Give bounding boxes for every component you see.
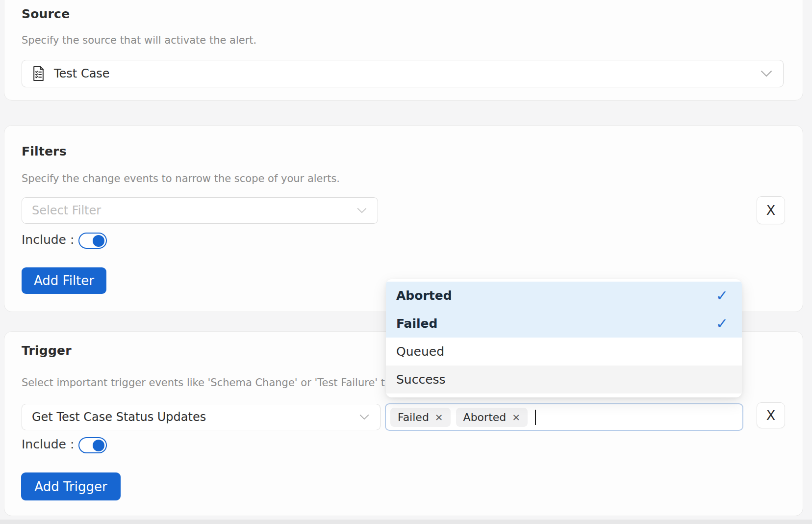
source-select-value: Test Case: [54, 67, 110, 80]
add-filter-button[interactable]: Add Filter: [22, 267, 106, 294]
trigger-select[interactable]: Get Test Case Status Updates: [22, 404, 381, 430]
dropdown-option-queued[interactable]: Queued: [386, 338, 742, 366]
trigger-events-multiselect[interactable]: Failed×Aborted×: [385, 403, 743, 431]
trigger-select-value: Get Test Case Status Updates: [32, 410, 206, 424]
toggle-knob: [93, 235, 104, 247]
dropdown-option-aborted[interactable]: Aborted✓: [386, 282, 742, 310]
remove-filter-button[interactable]: X: [757, 196, 785, 224]
add-trigger-button[interactable]: Add Trigger: [21, 472, 121, 500]
page-bottom-strip: [0, 520, 812, 524]
source-select[interactable]: Test Case: [22, 60, 784, 87]
check-icon: ✓: [716, 315, 728, 332]
filter-select-placeholder: Select Filter: [32, 204, 101, 217]
chip-remove-icon[interactable]: ×: [435, 411, 443, 423]
chip-label: Failed: [398, 411, 429, 423]
filters-title: Filters: [22, 144, 67, 158]
check-icon: ✓: [716, 287, 728, 304]
selected-event-chip: Aborted×: [456, 408, 528, 427]
filters-description: Specify the change events to narrow the …: [22, 173, 340, 184]
chip-remove-icon[interactable]: ×: [512, 411, 520, 423]
dropdown-option-label: Failed: [396, 316, 437, 331]
toggle-knob: [93, 440, 104, 451]
chip-label: Aborted: [463, 411, 507, 423]
chevron-down-icon: [359, 414, 369, 420]
trigger-include-toggle[interactable]: [78, 437, 107, 453]
dropdown-option-failed[interactable]: Failed✓: [386, 310, 742, 338]
remove-trigger-button[interactable]: X: [757, 402, 785, 428]
dropdown-option-label: Queued: [396, 344, 444, 359]
dropdown-option-success[interactable]: Success: [386, 366, 742, 393]
selected-event-chip: Failed×: [390, 408, 451, 427]
text-cursor: [535, 410, 536, 425]
test-case-document-icon: [32, 66, 45, 81]
trigger-title: Trigger: [22, 343, 72, 358]
filter-include-label: Include :: [22, 233, 74, 247]
chevron-down-icon: [357, 208, 367, 213]
trigger-description: Select important trigger events like 'Sc…: [22, 377, 385, 389]
source-description: Specify the source that will activate th…: [22, 34, 256, 46]
trigger-include-label: Include :: [22, 437, 74, 451]
dropdown-option-label: Aborted: [396, 288, 452, 303]
alert-config-page: Source Specify the source that will acti…: [0, 0, 812, 524]
dropdown-option-label: Success: [396, 372, 446, 387]
chevron-down-icon: [761, 70, 772, 77]
source-title: Source: [22, 7, 70, 21]
filter-include-toggle[interactable]: [78, 233, 107, 249]
status-dropdown-menu: Aborted✓Failed✓QueuedSuccess: [386, 279, 742, 397]
filter-select[interactable]: Select Filter: [22, 197, 378, 224]
